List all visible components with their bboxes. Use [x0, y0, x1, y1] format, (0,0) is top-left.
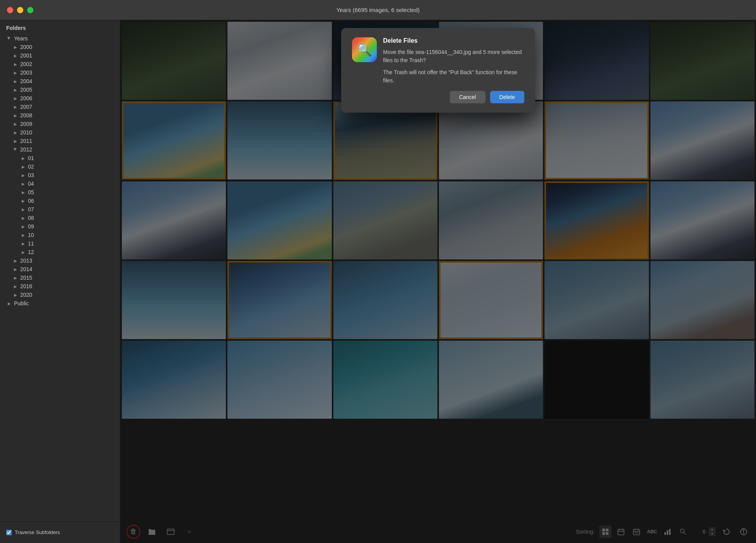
tree-arrow-public[interactable]: ▶ [6, 300, 12, 306]
tree-arrow-01[interactable]: ▶ [20, 155, 26, 161]
sidebar: Folders ▶Years▶2000▶2001▶2002▶2003▶2004▶… [0, 20, 120, 543]
tree-label-05: 05 [28, 189, 120, 195]
tree-label-06: 06 [28, 198, 120, 204]
sidebar-item-12[interactable]: ▶12 [0, 248, 120, 256]
tree-label-02: 02 [28, 164, 120, 170]
tree-arrow-10[interactable]: ▶ [20, 232, 26, 238]
sidebar-item-public[interactable]: ▶Public [0, 299, 120, 308]
titlebar: Years (6695 images, 6 selected) [0, 0, 756, 20]
tree-label-2004: 2004 [20, 78, 120, 84]
tree-label-public: Public [14, 300, 120, 306]
sidebar-item-years[interactable]: ▶Years [0, 34, 120, 43]
tree-label-2016: 2016 [20, 283, 120, 289]
sidebar-item-2007[interactable]: ▶2007 [0, 103, 120, 111]
sidebar-item-2011[interactable]: ▶2011 [0, 137, 120, 145]
sidebar-item-2009[interactable]: ▶2009 [0, 120, 120, 128]
tree-arrow-2009[interactable]: ▶ [12, 121, 19, 127]
app-icon: 🔍 [352, 37, 377, 62]
sidebar-item-07[interactable]: ▶07 [0, 205, 120, 214]
tree-arrow-2002[interactable]: ▶ [12, 61, 19, 67]
tree-arrow-06[interactable]: ▶ [20, 198, 26, 204]
modal-body-line1: Move the file sea-1156044__340.jpg and 5… [383, 48, 524, 64]
modal-header: 🔍 Delete Files Move the file sea-1156044… [352, 37, 524, 85]
tree-label-2002: 2002 [20, 61, 120, 67]
sidebar-item-01[interactable]: ▶01 [0, 154, 120, 162]
tree-arrow-2005[interactable]: ▶ [12, 87, 19, 93]
window-controls[interactable] [7, 7, 33, 13]
traverse-checkbox[interactable] [6, 530, 12, 535]
sidebar-item-10[interactable]: ▶10 [0, 231, 120, 239]
sidebar-item-2003[interactable]: ▶2003 [0, 68, 120, 77]
tree-arrow-08[interactable]: ▶ [20, 215, 26, 221]
tree-arrow-2014[interactable]: ▶ [12, 266, 19, 272]
sidebar-item-2006[interactable]: ▶2006 [0, 94, 120, 103]
tree-arrow-2013[interactable]: ▶ [12, 258, 19, 264]
tree-arrow-05[interactable]: ▶ [20, 189, 26, 195]
modal-body-line2: The Trash will not offer the "Put Back" … [383, 68, 524, 85]
tree-arrow-years[interactable]: ▶ [6, 35, 12, 42]
tree-arrow-2003[interactable]: ▶ [12, 70, 19, 76]
tree-arrow-2015[interactable]: ▶ [12, 275, 19, 281]
tree-arrow-2004[interactable]: ▶ [12, 78, 19, 84]
sidebar-item-2001[interactable]: ▶2001 [0, 51, 120, 60]
sidebar-item-02[interactable]: ▶02 [0, 162, 120, 171]
cancel-button[interactable]: Cancel [450, 91, 486, 103]
sidebar-item-2004[interactable]: ▶2004 [0, 77, 120, 85]
maximize-button[interactable] [27, 7, 33, 13]
window-title: Years (6695 images, 6 selected) [336, 7, 420, 13]
sidebar-item-2013[interactable]: ▶2013 [0, 256, 120, 265]
tree-label-08: 08 [28, 215, 120, 221]
tree-arrow-2012[interactable]: ▶ [12, 146, 19, 153]
sidebar-item-2015[interactable]: ▶2015 [0, 273, 120, 282]
tree-label-2000: 2000 [20, 44, 120, 50]
tree-label-01: 01 [28, 155, 120, 161]
sidebar-item-2010[interactable]: ▶2010 [0, 128, 120, 137]
sidebar-item-2014[interactable]: ▶2014 [0, 265, 120, 273]
sidebar-item-03[interactable]: ▶03 [0, 171, 120, 179]
sidebar-item-2002[interactable]: ▶2002 [0, 60, 120, 68]
tree-arrow-12[interactable]: ▶ [20, 249, 26, 255]
sidebar-item-2008[interactable]: ▶2008 [0, 111, 120, 120]
sidebar-item-04[interactable]: ▶04 [0, 179, 120, 188]
traverse-label: Traverse Subfolders [15, 529, 60, 535]
tree-label-11: 11 [28, 240, 120, 247]
modal-text-content: Delete Files Move the file sea-1156044__… [383, 37, 524, 85]
sidebar-item-2012[interactable]: ▶2012 [0, 145, 120, 154]
tree-arrow-09[interactable]: ▶ [20, 223, 26, 230]
sidebar-item-11[interactable]: ▶11 [0, 239, 120, 248]
sidebar-item-08[interactable]: ▶08 [0, 214, 120, 222]
sidebar-bottom: Traverse Subfolders [0, 521, 120, 543]
minimize-button[interactable] [17, 7, 23, 13]
tree-arrow-2001[interactable]: ▶ [12, 52, 19, 59]
close-button[interactable] [7, 7, 13, 13]
main-layout: Folders ▶Years▶2000▶2001▶2002▶2003▶2004▶… [0, 20, 756, 543]
tree-label-2006: 2006 [20, 95, 120, 101]
tree-arrow-2011[interactable]: ▶ [12, 138, 19, 144]
sidebar-item-09[interactable]: ▶09 [0, 222, 120, 231]
tree-arrow-2006[interactable]: ▶ [12, 95, 19, 101]
tree-arrow-2010[interactable]: ▶ [12, 129, 19, 136]
sidebar-item-2000[interactable]: ▶2000 [0, 43, 120, 51]
tree-arrow-11[interactable]: ▶ [20, 240, 26, 247]
sidebar-item-2016[interactable]: ▶2016 [0, 282, 120, 291]
sidebar-item-2005[interactable]: ▶2005 [0, 85, 120, 94]
tree-arrow-2000[interactable]: ▶ [12, 44, 19, 50]
modal-buttons: Cancel Delete [352, 91, 524, 103]
tree-label-2007: 2007 [20, 104, 120, 110]
tree-arrow-2016[interactable]: ▶ [12, 283, 19, 289]
sidebar-item-06[interactable]: ▶06 [0, 197, 120, 205]
tree-label-2009: 2009 [20, 121, 120, 127]
tree-arrow-2008[interactable]: ▶ [12, 112, 19, 118]
tree-arrow-04[interactable]: ▶ [20, 181, 26, 187]
sidebar-item-05[interactable]: ▶05 [0, 188, 120, 197]
modal-overlay[interactable]: 🔍 Delete Files Move the file sea-1156044… [120, 20, 756, 543]
tree-label-2003: 2003 [20, 70, 120, 76]
tree-arrow-2020[interactable]: ▶ [12, 292, 19, 298]
tree-arrow-02[interactable]: ▶ [20, 164, 26, 170]
tree-arrow-2007[interactable]: ▶ [12, 104, 19, 110]
tree-arrow-07[interactable]: ▶ [20, 206, 26, 212]
delete-button[interactable]: Delete [490, 91, 524, 103]
sidebar-item-2020[interactable]: ▶2020 [0, 291, 120, 299]
tree-label-03: 03 [28, 172, 120, 178]
tree-arrow-03[interactable]: ▶ [20, 172, 26, 178]
